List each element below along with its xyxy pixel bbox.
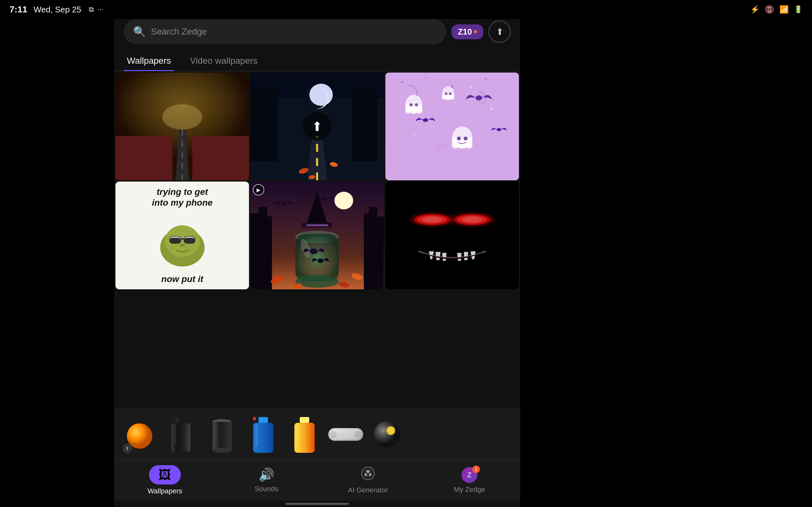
search-bar[interactable]: 🔍 Search Zedge [124,19,446,44]
status-right-icons: ⚡ 📵 📶 🔋 [750,5,803,14]
my-zedge-nav-icon-container: Z 1 [461,467,477,483]
svg-text:✦: ✦ [489,106,493,112]
product-item-dark-ball[interactable] [368,414,406,455]
wallpaper-cell-meme[interactable]: trying to getinto my phone [115,181,249,289]
svg-point-42 [457,136,461,140]
nav-item-ai-generator[interactable]: AI Generator [317,466,419,494]
z-credits-label: Z10 [458,27,472,37]
wallpaper-image-stormy-road [115,72,249,180]
my-zedge-notification-badge: 1 [472,465,480,473]
svg-point-98 [127,424,152,449]
svg-point-18 [310,83,333,106]
svg-text:boo: boo [436,143,448,150]
upload-overlay[interactable]: ⬆ [303,112,332,141]
z-badge-dot [474,30,477,33]
svg-marker-94 [457,253,461,261]
nav-item-wallpapers[interactable]: 🖼 Wallpapers [114,465,216,495]
wallpaper-cell-halloween[interactable]: ▶ [250,181,384,289]
wallpaper-cell-evil-face[interactable] [386,181,519,289]
tab-wallpapers[interactable]: Wallpapers [124,51,174,71]
svg-rect-71 [306,224,328,226]
wallpaper-cell-ghost-pattern[interactable]: boo ✦ ✦ ✦ [386,72,519,180]
svg-point-37 [449,93,451,95]
wallpaper-image-evil-face [386,181,519,289]
status-icons: ⧉ ··· [89,5,103,14]
sounds-nav-icon: 🔊 [258,467,274,482]
product-item-black-cylinder[interactable] [203,414,241,455]
svg-rect-108 [255,424,258,447]
nav-item-my-zedge[interactable]: Z 1 My Zedge [419,467,520,494]
wallpaper-cell-moonlit-road[interactable]: ⬆ [250,72,384,180]
svg-point-44 [496,128,501,131]
svg-point-89 [409,212,455,228]
upload-icon-button[interactable]: ⬆ [489,20,511,43]
svg-point-104 [212,448,232,453]
product-item-yellow-bottle[interactable] [286,414,323,455]
svg-rect-106 [258,417,268,423]
tab-video-wallpapers[interactable]: Video wallpapers [187,51,261,71]
svg-point-90 [449,212,496,228]
svg-point-43 [463,136,467,140]
wallpapers-nav-icon-bg: 🖼 [149,465,181,485]
svg-text:✦: ✦ [412,132,415,137]
battery-icon: 🔋 [794,5,803,14]
svg-point-36 [445,93,447,95]
wallpaper-cell-stormy-road[interactable] [115,72,249,180]
svg-marker-93 [442,253,447,261]
product-item-white-device[interactable] [327,414,365,455]
product-item-orange-ball[interactable]: ⬆ [120,414,159,455]
nav-item-sounds[interactable]: 🔊 Sounds [216,467,317,493]
more-icon: ··· [98,5,103,14]
app-container: ··· 🔍 Search Zedge Z10 ⬆ Wallpapers Vide… [114,0,520,507]
wallpaper-image-meme: trying to getinto my phone [115,181,249,289]
svg-point-77 [317,259,323,263]
svg-rect-62 [265,216,272,289]
copy-icon: ⧉ [89,5,94,14]
svg-rect-3 [115,136,172,180]
z-credits-badge[interactable]: Z10 [451,24,484,39]
svg-point-66 [281,202,287,206]
tabs-area: Wallpapers Video wallpapers [114,51,520,71]
ai-gen-nav-label: AI Generator [348,486,388,494]
search-icon: 🔍 [133,26,146,38]
svg-rect-54 [170,238,181,243]
tab-video-wallpapers-label: Video wallpapers [190,56,258,66]
svg-rect-11 [270,89,278,161]
svg-point-29 [508,91,509,92]
meme-top-text: trying to getinto my phone [152,187,212,208]
tab-wallpapers-label: Wallpapers [127,56,171,66]
svg-rect-110 [300,417,309,423]
status-time: 7:11 [9,4,27,14]
home-bar [286,503,349,505]
wallpaper-grid-area: ⬆ [114,71,520,409]
svg-point-32 [409,103,413,107]
svg-point-28 [485,78,487,80]
product-upload-icon: ⬆ [122,444,132,453]
svg-point-116 [355,431,362,438]
ai-gen-nav-icon [361,466,375,484]
svg-text:✦: ✦ [469,84,473,89]
svg-point-38 [475,95,482,101]
wallpapers-nav-label: Wallpapers [148,487,182,495]
my-zedge-nav-label: My Zedge [454,486,485,494]
svg-point-76 [310,248,318,254]
svg-point-39 [423,118,428,122]
svg-point-125 [367,471,368,472]
product-item-blue-bottle[interactable] [244,414,282,455]
home-indicator [114,501,520,507]
meme-bottom-text: now put it [161,274,203,284]
svg-point-25 [401,81,403,83]
svg-point-126 [365,474,366,475]
product-item-black-bottle[interactable] [162,414,200,455]
wallpaper-image-ghost: boo ✦ ✦ ✦ [386,72,519,180]
sounds-nav-label: Sounds [255,485,278,493]
svg-rect-99 [174,417,177,424]
svg-rect-109 [253,417,256,420]
my-zedge-avatar: Z 1 [461,467,477,483]
status-bar: 7:11 Wed, Sep 25 ⧉ ··· ⚡ 📵 📶 🔋 [0,0,812,19]
svg-rect-101 [174,425,176,444]
search-input[interactable]: Search Zedge [151,26,207,37]
svg-point-68 [321,197,327,201]
wallpapers-nav-icon-container: 🖼 [149,465,181,485]
ai-gen-nav-icon-container [361,466,375,484]
